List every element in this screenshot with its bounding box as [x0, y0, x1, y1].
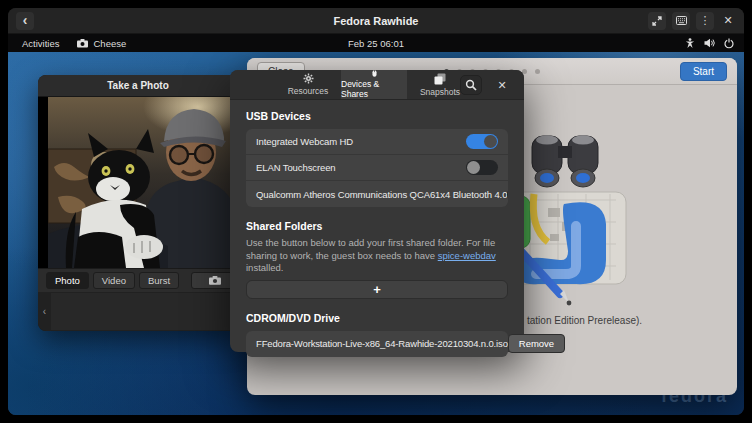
chevron-left-icon: ‹ [43, 306, 46, 317]
usb-device-toggle[interactable] [507, 187, 508, 202]
accessibility-icon [685, 38, 695, 49]
search-icon [465, 79, 477, 91]
binoculars-map-illustration [502, 130, 652, 310]
cheese-window: Take a Photo [38, 75, 238, 331]
cheese-titlebar: Take a Photo [38, 75, 238, 97]
system-tray[interactable] [685, 38, 734, 49]
back-button[interactable]: ‹ [16, 12, 34, 30]
properties-dialog: Resources Devices & Shares [230, 70, 524, 352]
fullscreen-button[interactable] [648, 12, 666, 30]
shared-folders-heading: Shared Folders [246, 220, 508, 232]
titlebar-actions: ⋮ ✕ [648, 12, 736, 30]
usb-device-row: Qualcomm Atheros Communications QCA61x4 … [246, 181, 508, 207]
window-close-icon: ✕ [723, 14, 732, 27]
dialog-close-button[interactable]: ✕ [492, 75, 512, 95]
iso-name: FFedora-Workstation-Live-x86_64-Rawhide-… [256, 338, 508, 349]
usb-device-name: Integrated Webcam HD [256, 136, 353, 147]
usb-devices-heading: USB Devices [246, 110, 508, 122]
webcam-image [48, 97, 238, 268]
mouse-icon [370, 70, 379, 77]
dialog-content: USB Devices Integrated Webcam HD ELAN To… [230, 100, 524, 357]
usb-device-name: ELAN Touchscreen [256, 162, 336, 173]
usb-device-row: Integrated Webcam HD [246, 129, 508, 155]
page-dot [535, 69, 540, 74]
cheese-mode-bar: Photo Video Burst [38, 268, 238, 292]
usb-device-row: ELAN Touchscreen [246, 155, 508, 181]
keyboard-icon [676, 16, 687, 25]
dialog-tabs: Resources Devices & Shares [275, 70, 473, 99]
webcam-preview [38, 97, 238, 268]
dialog-tabbar: Resources Devices & Shares [230, 70, 524, 100]
prerelease-text: tation Edition Prerelease). [527, 315, 642, 326]
toggle-knob [467, 161, 480, 174]
tab-resources-label: Resources [288, 86, 329, 96]
cdrom-row: FFedora-Workstation-Live-x86_64-Rawhide-… [246, 331, 508, 357]
cheese-gallery: ‹ [38, 292, 238, 331]
cdrom-heading: CDROM/DVD Drive [246, 312, 508, 324]
mode-video-button[interactable]: Video [93, 272, 135, 289]
gear-icon [303, 73, 314, 84]
shared-folders-description: Use the button below to add your first s… [246, 237, 508, 275]
tab-resources[interactable]: Resources [275, 70, 341, 99]
tab-devices-shares-label: Devices & Shares [341, 79, 407, 99]
gallery-strip[interactable] [51, 293, 238, 330]
clock[interactable]: Feb 25 06:01 [8, 38, 744, 49]
mode-burst-button[interactable]: Burst [139, 272, 179, 289]
usb-devices-list: Integrated Webcam HD ELAN Touchscreen Qu… [246, 129, 508, 207]
usb-device-toggle[interactable] [466, 134, 498, 149]
boxes-window: ‹ Fedora Rawhide ⋮ [8, 8, 744, 415]
vm-desktop: fedora Close Start [8, 52, 744, 415]
search-button[interactable] [460, 75, 482, 95]
dialog-close-icon: ✕ [497, 79, 506, 92]
fullscreen-icon [652, 16, 662, 26]
back-icon: ‹ [23, 12, 28, 28]
remove-iso-button[interactable]: Remove [508, 334, 565, 353]
kebab-menu-icon: ⋮ [700, 14, 711, 27]
camera-shutter-icon [209, 276, 221, 285]
window-close-button[interactable]: ✕ [720, 12, 736, 30]
mode-photo-button[interactable]: Photo [46, 272, 89, 289]
tab-snapshots-label: Snapshots [420, 87, 460, 97]
gallery-prev-button[interactable]: ‹ [38, 292, 51, 331]
gnome-shell-topbar: Activities Cheese Feb 25 06:01 [8, 34, 744, 52]
screenshot-stage: ‹ Fedora Rawhide ⋮ [0, 0, 752, 423]
volume-icon [704, 38, 715, 48]
usb-device-name: Qualcomm Atheros Communications QCA61x4 … [256, 189, 507, 200]
cheese-title: Take a Photo [107, 80, 169, 91]
tab-devices-shares[interactable]: Devices & Shares [341, 70, 407, 99]
add-shared-folder-button[interactable]: + [246, 280, 508, 299]
description-text: installed. [246, 262, 284, 273]
boxes-titlebar: ‹ Fedora Rawhide ⋮ [8, 8, 744, 34]
power-icon [724, 38, 734, 49]
menu-button[interactable]: ⋮ [696, 12, 714, 30]
window-title: Fedora Rawhide [8, 15, 744, 27]
keyboard-button[interactable] [672, 12, 690, 30]
spice-webdav-link[interactable]: spice-webdav [438, 250, 496, 261]
toggle-knob [484, 135, 497, 148]
usb-device-toggle[interactable] [466, 160, 498, 175]
snapshots-icon [434, 73, 446, 85]
plus-icon: + [373, 282, 381, 297]
